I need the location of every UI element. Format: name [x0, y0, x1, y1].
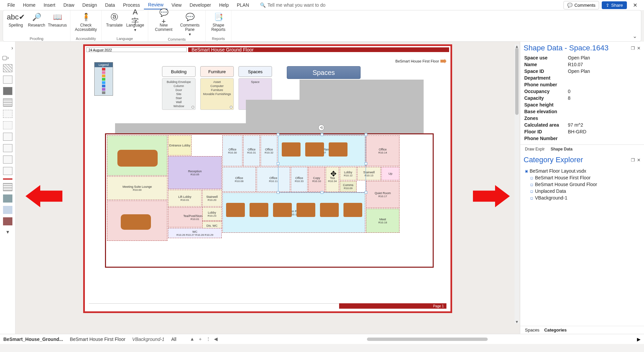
- tab-design[interactable]: Design: [78, 1, 101, 9]
- tab-home[interactable]: Home: [19, 1, 40, 9]
- page-tab-all[interactable]: All: [171, 337, 176, 342]
- stencil-counter[interactable]: [3, 76, 12, 84]
- drawing-canvas[interactable]: 24 August 2022 BeSmart House Ground Floo…: [15, 42, 520, 334]
- horizontal-scrollbar[interactable]: [224, 338, 630, 341]
- room-entrance-lobby[interactable]: Entrance Lobby: [168, 135, 192, 156]
- scroll-thumb[interactable]: [515, 48, 519, 115]
- tab-categories[interactable]: Categories: [544, 327, 567, 333]
- tab-help[interactable]: Help: [215, 1, 233, 9]
- tab-spaces[interactable]: Spaces: [525, 327, 539, 333]
- room-stairwell-a[interactable]: StairwellR10.20: [202, 190, 222, 207]
- page-tab-up-icon[interactable]: ▲: [190, 336, 195, 342]
- canvas-vertical-scrollbar[interactable]: ▲ ▼: [515, 44, 519, 324]
- shape-reports-button[interactable]: 📑Shape Reports: [209, 12, 228, 32]
- selection-handle[interactable]: [365, 162, 367, 165]
- pane-close-icon[interactable]: ✕: [637, 46, 641, 51]
- page-tab-ground[interactable]: BeSmart_House_Ground...: [3, 337, 63, 342]
- tab-draw-explorer[interactable]: Draw Explr: [525, 147, 545, 151]
- close-icon[interactable]: ✕: [630, 2, 641, 8]
- shapes-flyout-icon[interactable]: ▢›: [0, 54, 11, 61]
- selection-handle[interactable]: [277, 162, 279, 165]
- room-meeting-room[interactable]: Meeting RoomR10.04: [107, 135, 167, 176]
- toggle-building[interactable]: Building: [162, 66, 196, 77]
- scroll-thumb[interactable]: [367, 338, 488, 341]
- tree-node[interactable]: ◻BeSmart House Ground Floor: [525, 181, 639, 188]
- stencil-swatch-teal[interactable]: [3, 194, 12, 203]
- room-quiet[interactable]: Quiet RoomR10.17: [366, 181, 399, 208]
- room-office-31[interactable]: OfficeR10.31: [243, 135, 260, 166]
- tab-file[interactable]: File: [3, 1, 19, 9]
- page-tab-first[interactable]: BeSmart House First Floor: [70, 337, 125, 342]
- tree-collapse-icon[interactable]: ◻: [530, 189, 534, 193]
- ribbon-collapse-icon[interactable]: ⌄: [629, 31, 641, 41]
- sd-value[interactable]: R10.07: [568, 62, 640, 67]
- tree-node[interactable]: ◻BeSmart House First Floor: [525, 174, 639, 181]
- selection-handle[interactable]: [277, 191, 279, 194]
- tree-collapse-icon[interactable]: ◻: [530, 176, 534, 179]
- tab-shape-data[interactable]: Shape Data: [551, 147, 573, 151]
- new-comment-button[interactable]: 💬+New Comment: [152, 12, 176, 37]
- stencil-dashed[interactable]: [3, 110, 12, 118]
- sd-value[interactable]: [568, 116, 640, 121]
- selection-handle[interactable]: [277, 133, 279, 136]
- toggle-furniture[interactable]: Furniture: [200, 66, 234, 77]
- nav-first-floor-link[interactable]: BeSmart House First Floor: [395, 59, 446, 63]
- sd-value[interactable]: BH-GRD: [568, 129, 640, 134]
- expand-shapes-icon[interactable]: ›: [11, 45, 15, 51]
- tree-expand-icon[interactable]: ▣: [525, 169, 528, 173]
- check-accessibility-button[interactable]: 🧍Check Accessibility: [74, 12, 98, 32]
- panel-furniture[interactable]: AssetComputerFurnitureMovable Furnishing…: [200, 78, 234, 110]
- sd-value[interactable]: [568, 136, 640, 141]
- tab-developer[interactable]: Developer: [185, 1, 215, 9]
- rotate-handle-icon[interactable]: ⟲: [318, 125, 324, 131]
- tab-view[interactable]: View: [167, 1, 185, 9]
- room-lift-lobby[interactable]: Lift LobbyR10.01: [168, 190, 202, 207]
- pane-close-icon[interactable]: ✕: [637, 158, 641, 163]
- comments-pane-button[interactable]: 💬Comments Pane▾: [178, 12, 202, 37]
- room-wc-row[interactable]: WCR10.26 R10.27 R10.28 R10.29: [168, 228, 222, 238]
- stencil-arch[interactable]: [3, 156, 12, 164]
- tree-collapse-icon[interactable]: ◻: [530, 196, 534, 200]
- sd-value[interactable]: [568, 82, 640, 87]
- room-reception[interactable]: ReceptionR10.05: [168, 156, 222, 189]
- stencil-dotted[interactable]: [3, 121, 12, 129]
- room-office-14[interactable]: OfficeR10.14: [366, 135, 399, 166]
- room-meet[interactable]: MeetR10.18: [366, 209, 399, 233]
- selection-handle[interactable]: [321, 133, 323, 136]
- room-office-32[interactable]: OfficeR10.32: [261, 135, 277, 166]
- page-tab-prev-icon[interactable]: ◀: [214, 336, 218, 342]
- pane-restore-icon[interactable]: ❐: [631, 46, 635, 51]
- tab-insert[interactable]: Insert: [40, 1, 59, 9]
- stencil-drop[interactable]: [3, 167, 12, 175]
- sd-value[interactable]: Open Plan: [568, 55, 640, 60]
- stencil-more-icon[interactable]: ▾: [6, 229, 9, 235]
- room-office-30[interactable]: OfficeR10.30: [222, 135, 243, 166]
- stencil-arc[interactable]: [3, 133, 12, 141]
- tell-me-search[interactable]: 🔍 Tell me what you want to do: [260, 2, 374, 8]
- stencil-grille[interactable]: [3, 183, 12, 191]
- tree-root[interactable]: ▣BeSmart Floor Layout.vsdx: [525, 168, 639, 174]
- sd-value[interactable]: 8: [568, 95, 640, 101]
- tree-node[interactable]: ◻Unplaced Data: [525, 188, 639, 194]
- tree-collapse-icon[interactable]: ◻: [530, 183, 534, 186]
- stencil-redline[interactable]: [3, 178, 12, 180]
- stencil-line[interactable]: [3, 144, 12, 152]
- stencil-wall-hatch[interactable]: [3, 64, 12, 72]
- page-tab-next-icon[interactable]: ▶: [637, 337, 641, 342]
- tab-draw[interactable]: Draw: [59, 1, 78, 9]
- share-button[interactable]: ⇪ Share: [602, 1, 627, 9]
- page-tab-add-icon[interactable]: ＋: [198, 336, 203, 342]
- room-vc-room[interactable]: VC RoomR10.02: [107, 201, 167, 241]
- stencil-lines[interactable]: [3, 98, 12, 106]
- scroll-down-icon[interactable]: ▼: [515, 320, 519, 324]
- sd-value[interactable]: [568, 75, 640, 81]
- spelling-button[interactable]: abc✔Spelling: [6, 12, 25, 28]
- tab-plan[interactable]: PLAN: [233, 1, 253, 9]
- room-office-08[interactable]: OfficeR10.08: [222, 167, 256, 192]
- selection-handle[interactable]: [321, 191, 323, 194]
- comments-button[interactable]: 💬 Comments: [564, 1, 599, 9]
- research-button[interactable]: 🔎Research: [27, 12, 46, 28]
- stencil-sink[interactable]: [3, 87, 12, 95]
- room-up[interactable]: Up: [381, 167, 399, 180]
- sd-value[interactable]: Open Plan: [568, 69, 640, 74]
